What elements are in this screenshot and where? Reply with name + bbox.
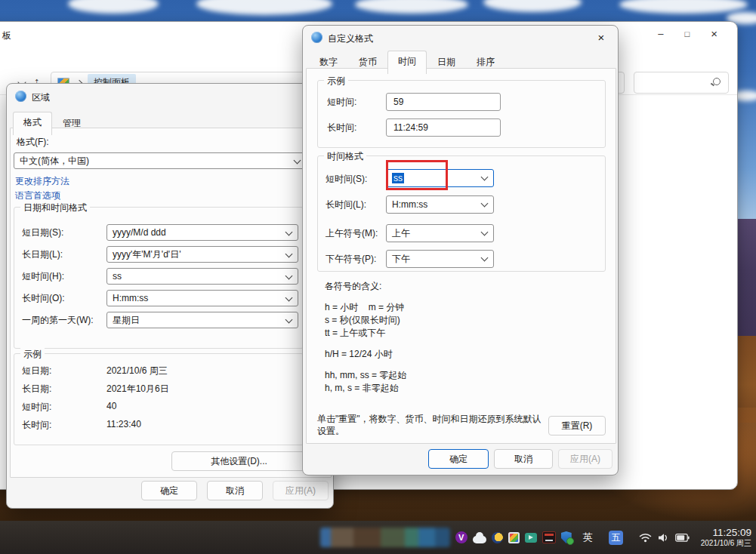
- photos-icon[interactable]: [508, 532, 520, 543]
- time-format-group: 时间格式 短时间(S): ss 长时间(L): H:mm:ss 上午符号(M):…: [317, 155, 606, 272]
- chevron-down-icon: [481, 174, 489, 181]
- additional-settings-button[interactable]: 其他设置(D)...: [171, 451, 307, 471]
- combobox-value: H:mm:ss: [392, 199, 427, 210]
- volume-icon: [658, 533, 669, 543]
- short-time-label: 短时间(H):: [22, 270, 64, 283]
- long-date-label: 长日期(L):: [22, 248, 63, 261]
- am-symbol-label: 上午符号(M):: [326, 227, 378, 240]
- apply-button[interactable]: 应用(A): [558, 449, 613, 469]
- ok-button[interactable]: 确定: [428, 449, 489, 469]
- cancel-button[interactable]: 取消: [494, 449, 553, 469]
- symbol-line: h, m, s = 非零起始: [325, 382, 406, 395]
- customize-globe-icon: [311, 32, 322, 43]
- close-icon[interactable]: [594, 30, 609, 45]
- short-time-sample-label: 短时间:: [327, 96, 356, 109]
- chevron-down-icon: [481, 254, 489, 262]
- datetime-format-group: 日期和时间格式 短日期(S): yyyy/M/d ddd 长日期(L): yyy…: [14, 207, 304, 349]
- tab-currency[interactable]: 货币: [348, 51, 387, 73]
- group-legend: 日期和时间格式: [20, 202, 90, 214]
- system-tray: 英 五 11:25:09 20: [320, 521, 751, 554]
- short-time-example-label: 短时间:: [22, 401, 51, 414]
- symbol-line: h/H = 12/24 小时: [325, 348, 406, 361]
- window-title: 板: [2, 29, 11, 42]
- combobox-value: yyyy/M/d ddd: [113, 227, 166, 238]
- long-time-sample-label: 长时间:: [327, 122, 356, 134]
- ime-language-indicator[interactable]: 英: [583, 531, 593, 544]
- long-time-example-label: 长时间:: [22, 419, 51, 432]
- field-value: 11:24:59: [393, 122, 428, 133]
- short-time-format-label: 短时间(S):: [326, 173, 367, 186]
- symbol-line: s = 秒(仅限长时间): [325, 314, 406, 327]
- short-date-combobox[interactable]: yyyy/M/d ddd: [106, 224, 298, 241]
- reset-button[interactable]: 重置(R): [548, 416, 606, 436]
- long-date-example-label: 长日期:: [22, 383, 51, 395]
- combobox-value: yyyy'年'M'月'd'日': [113, 248, 181, 261]
- first-day-combobox[interactable]: 星期日: [106, 312, 298, 328]
- short-time-sample-field[interactable]: 59: [386, 93, 501, 111]
- clock-date: 2021/10/6 周三: [701, 539, 751, 548]
- group-legend: 时间格式: [324, 150, 366, 163]
- red-highlight-annotation: [386, 160, 448, 190]
- long-time-format-combobox[interactable]: H:mm:ss: [386, 195, 494, 214]
- weather-icon[interactable]: [492, 532, 503, 543]
- short-time-combobox[interactable]: ss: [106, 268, 298, 285]
- customize-format-dialog: 自定义格式 数字 货币 时间 日期 排序 示例 短时间: 59 长时间: 11:…: [302, 25, 619, 476]
- short-date-example-label: 短日期:: [22, 365, 51, 377]
- search-input[interactable]: [634, 72, 729, 94]
- maximize-button[interactable]: [685, 28, 690, 41]
- example-group: 示例 短日期: 2021/10/6 周三 长日期: 2021年10月6日 短时间…: [14, 353, 304, 445]
- region-globe-icon: [15, 91, 26, 102]
- long-time-combobox[interactable]: H:mm:ss: [106, 290, 298, 306]
- field-value: 59: [393, 97, 403, 107]
- time-tab-page: 示例 短时间: 59 长时间: 11:24:59 时间格式 短时间(S): ss…: [306, 68, 616, 444]
- check-badge-icon: [566, 537, 574, 545]
- minimize-button[interactable]: [658, 28, 663, 41]
- security-shield-icon[interactable]: [561, 531, 572, 543]
- am-symbol-combobox[interactable]: 上午: [386, 224, 494, 242]
- ok-button[interactable]: 确定: [141, 481, 197, 500]
- display-app-icon[interactable]: [542, 531, 556, 543]
- combobox-value: 下午: [392, 253, 410, 266]
- combobox-value: 中文(简体，中国): [20, 155, 89, 168]
- tab-sort[interactable]: 排序: [466, 51, 505, 73]
- tab-date[interactable]: 日期: [427, 51, 466, 73]
- ime-mode-indicator[interactable]: 五: [609, 531, 623, 545]
- reset-description: 单击"重置"，将数字、货币、时间和日期还原到系统默认设置。: [317, 413, 544, 437]
- taskbar: 英 五 11:25:09 20: [0, 521, 756, 554]
- symbol-line: tt = 上午或下午: [325, 327, 406, 340]
- long-time-sample-field[interactable]: 11:24:59: [386, 118, 501, 137]
- combobox-value: ss: [113, 271, 122, 282]
- cancel-button[interactable]: 取消: [207, 481, 263, 500]
- short-date-label: 短日期(S):: [22, 226, 63, 239]
- short-time-example-value: 40: [106, 401, 116, 411]
- onedrive-cloud-icon[interactable]: [473, 536, 486, 543]
- taskbar-clock[interactable]: 11:25:09 2021/10/6 周三: [701, 527, 751, 547]
- symbol-line: hh, mm, ss = 零起始: [325, 369, 406, 382]
- desktop: 板 控制面板 区域 格式 管理 格式(F):: [0, 0, 756, 554]
- chevron-down-icon: [294, 157, 301, 165]
- window-controls: [658, 28, 717, 41]
- chevron-down-icon: [481, 200, 489, 208]
- quick-settings[interactable]: [639, 533, 690, 543]
- tab-administrative[interactable]: 管理: [52, 112, 91, 134]
- long-date-combobox[interactable]: yyyy'年'M'月'd'日': [106, 246, 298, 263]
- combobox-value: 上午: [392, 227, 410, 240]
- format-label: 格式(F):: [17, 136, 49, 149]
- group-legend: 示例: [20, 348, 45, 361]
- language-preferences-link[interactable]: 语言首选项: [15, 189, 60, 202]
- tab-number[interactable]: 数字: [309, 51, 348, 73]
- tab-time[interactable]: 时间: [387, 51, 427, 74]
- video-app-icon[interactable]: [525, 533, 537, 543]
- battery-icon: [675, 534, 690, 542]
- censored-taskbar-icons: [320, 528, 450, 547]
- close-button[interactable]: [711, 28, 717, 41]
- dialog-title: 区域: [32, 91, 50, 104]
- chevron-down-icon: [285, 229, 293, 236]
- combobox-value: H:mm:ss: [113, 293, 148, 303]
- v-app-icon[interactable]: [455, 531, 467, 543]
- change-sort-link[interactable]: 更改排序方法: [15, 175, 69, 188]
- pm-symbol-combobox[interactable]: 下午: [386, 250, 494, 268]
- apply-button[interactable]: 应用(A): [273, 481, 329, 500]
- tab-format[interactable]: 格式: [13, 112, 52, 135]
- format-combobox[interactable]: 中文(简体，中国): [14, 152, 307, 169]
